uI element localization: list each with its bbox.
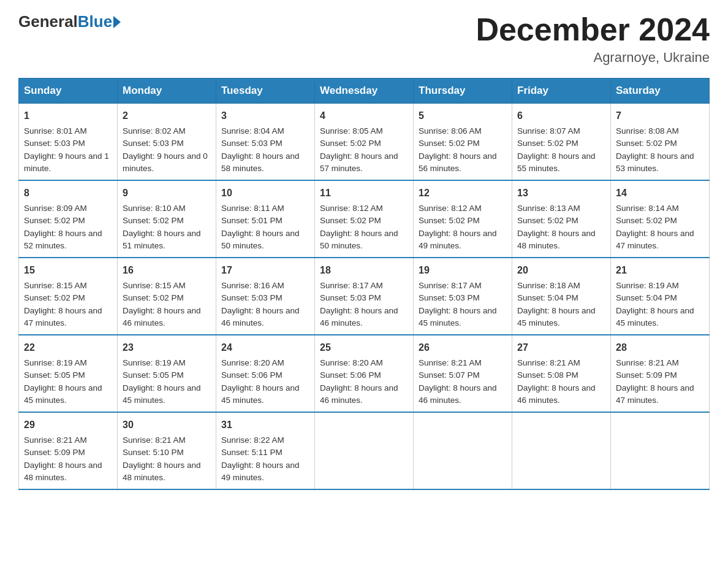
sunrise-text: Sunrise: 8:22 AM	[221, 435, 284, 445]
day-number: 14	[616, 186, 704, 201]
calendar-cell: 20 Sunrise: 8:18 AM Sunset: 5:04 PM Dayl…	[512, 258, 611, 335]
daylight-text: Daylight: 8 hours and 46 minutes.	[419, 383, 497, 405]
sunset-text: Sunset: 5:06 PM	[221, 370, 282, 380]
sunrise-text: Sunrise: 8:20 AM	[221, 358, 284, 367]
sunrise-text: Sunrise: 8:19 AM	[24, 358, 87, 367]
weekday-row: SundayMondayTuesdayWednesdayThursdayFrid…	[19, 79, 710, 104]
day-number: 22	[24, 340, 112, 355]
sunset-text: Sunset: 5:02 PM	[419, 216, 480, 225]
calendar-cell: 25 Sunrise: 8:20 AM Sunset: 5:06 PM Dayl…	[315, 335, 414, 412]
day-number: 24	[221, 340, 309, 355]
calendar-cell: 21 Sunrise: 8:19 AM Sunset: 5:04 PM Dayl…	[611, 258, 710, 335]
sunrise-text: Sunrise: 8:17 AM	[419, 281, 482, 290]
sunset-text: Sunset: 5:02 PM	[24, 216, 85, 225]
sunset-text: Sunset: 5:01 PM	[221, 216, 282, 225]
day-number: 20	[517, 263, 605, 278]
day-number: 12	[419, 186, 507, 201]
weekday-header-friday: Friday	[512, 79, 611, 104]
sunrise-text: Sunrise: 8:06 AM	[419, 126, 482, 136]
sunset-text: Sunset: 5:02 PM	[24, 293, 85, 302]
calendar-cell: 19 Sunrise: 8:17 AM Sunset: 5:03 PM Dayl…	[414, 258, 512, 335]
sunrise-text: Sunrise: 8:04 AM	[221, 126, 284, 136]
sunset-text: Sunset: 5:03 PM	[24, 139, 85, 148]
calendar-week-row: 15 Sunrise: 8:15 AM Sunset: 5:02 PM Dayl…	[19, 258, 710, 335]
day-number: 7	[616, 109, 704, 123]
sunrise-text: Sunrise: 8:18 AM	[517, 281, 580, 290]
sunset-text: Sunset: 5:10 PM	[123, 448, 184, 457]
daylight-text: Daylight: 8 hours and 48 minutes.	[123, 461, 201, 482]
daylight-text: Daylight: 8 hours and 56 minutes.	[419, 151, 497, 173]
sunset-text: Sunset: 5:03 PM	[419, 293, 480, 302]
sunset-text: Sunset: 5:02 PM	[320, 139, 381, 148]
day-number: 19	[419, 263, 507, 278]
daylight-text: Daylight: 8 hours and 45 minutes.	[616, 306, 694, 327]
calendar-cell	[315, 412, 414, 489]
calendar-cell: 12 Sunrise: 8:12 AM Sunset: 5:02 PM Dayl…	[414, 180, 512, 258]
calendar-cell: 29 Sunrise: 8:21 AM Sunset: 5:09 PM Dayl…	[19, 412, 118, 489]
calendar-cell: 5 Sunrise: 8:06 AM Sunset: 5:02 PM Dayli…	[414, 104, 512, 181]
sunrise-text: Sunrise: 8:13 AM	[517, 204, 580, 213]
calendar-cell: 28 Sunrise: 8:21 AM Sunset: 5:09 PM Dayl…	[611, 335, 710, 412]
daylight-text: Daylight: 8 hours and 53 minutes.	[616, 151, 694, 173]
sunrise-text: Sunrise: 8:07 AM	[517, 126, 580, 136]
sunset-text: Sunset: 5:05 PM	[24, 370, 85, 380]
sunrise-text: Sunrise: 8:21 AM	[24, 435, 87, 445]
sunset-text: Sunset: 5:06 PM	[320, 370, 381, 380]
sunrise-text: Sunrise: 8:15 AM	[123, 281, 186, 290]
weekday-header-wednesday: Wednesday	[315, 79, 414, 104]
day-number: 26	[419, 340, 507, 355]
logo: General Blue	[18, 12, 121, 31]
sunset-text: Sunset: 5:03 PM	[221, 293, 282, 302]
sunset-text: Sunset: 5:02 PM	[123, 216, 184, 225]
day-number: 4	[320, 109, 408, 123]
daylight-text: Daylight: 8 hours and 45 minutes.	[419, 306, 497, 327]
daylight-text: Daylight: 8 hours and 47 minutes.	[24, 306, 102, 327]
day-number: 3	[221, 109, 309, 123]
sunset-text: Sunset: 5:04 PM	[616, 293, 677, 302]
calendar-cell: 8 Sunrise: 8:09 AM Sunset: 5:02 PM Dayli…	[19, 180, 118, 258]
calendar-cell: 16 Sunrise: 8:15 AM Sunset: 5:02 PM Dayl…	[118, 258, 216, 335]
logo-blue-part: Blue	[78, 12, 121, 31]
day-number: 16	[123, 263, 211, 278]
sunrise-text: Sunrise: 8:21 AM	[123, 435, 186, 445]
daylight-text: Daylight: 8 hours and 48 minutes.	[517, 229, 596, 250]
day-number: 25	[320, 340, 408, 355]
daylight-text: Daylight: 9 hours and 1 minute.	[24, 151, 109, 173]
calendar-cell: 1 Sunrise: 8:01 AM Sunset: 5:03 PM Dayli…	[19, 104, 118, 181]
daylight-text: Daylight: 8 hours and 55 minutes.	[517, 151, 596, 173]
calendar-cell: 22 Sunrise: 8:19 AM Sunset: 5:05 PM Dayl…	[19, 335, 118, 412]
sunrise-text: Sunrise: 8:17 AM	[320, 281, 383, 290]
sunset-text: Sunset: 5:09 PM	[24, 448, 85, 457]
calendar-body: 1 Sunrise: 8:01 AM Sunset: 5:03 PM Dayli…	[19, 104, 710, 490]
calendar-cell	[611, 412, 710, 489]
calendar-week-row: 29 Sunrise: 8:21 AM Sunset: 5:09 PM Dayl…	[19, 412, 710, 489]
daylight-text: Daylight: 8 hours and 46 minutes.	[517, 383, 596, 405]
calendar-cell: 14 Sunrise: 8:14 AM Sunset: 5:02 PM Dayl…	[611, 180, 710, 258]
sunrise-text: Sunrise: 8:10 AM	[123, 204, 186, 213]
calendar-header: SundayMondayTuesdayWednesdayThursdayFrid…	[19, 79, 710, 104]
daylight-text: Daylight: 8 hours and 47 minutes.	[616, 383, 694, 405]
day-number: 27	[517, 340, 605, 355]
sunrise-text: Sunrise: 8:05 AM	[320, 126, 383, 136]
calendar-cell: 2 Sunrise: 8:02 AM Sunset: 5:03 PM Dayli…	[118, 104, 216, 181]
day-number: 21	[616, 263, 704, 278]
day-number: 28	[616, 340, 704, 355]
sunrise-text: Sunrise: 8:02 AM	[123, 126, 186, 136]
calendar-cell: 23 Sunrise: 8:19 AM Sunset: 5:05 PM Dayl…	[118, 335, 216, 412]
daylight-text: Daylight: 8 hours and 51 minutes.	[123, 229, 201, 250]
sunset-text: Sunset: 5:04 PM	[517, 293, 578, 302]
daylight-text: Daylight: 8 hours and 45 minutes.	[24, 383, 102, 405]
daylight-text: Daylight: 8 hours and 58 minutes.	[221, 151, 300, 173]
location-text: Agrarnoye, Ukraine	[476, 50, 710, 66]
weekday-header-tuesday: Tuesday	[216, 79, 315, 104]
daylight-text: Daylight: 8 hours and 47 minutes.	[616, 229, 694, 250]
calendar-cell: 3 Sunrise: 8:04 AM Sunset: 5:03 PM Dayli…	[216, 104, 315, 181]
sunset-text: Sunset: 5:02 PM	[123, 293, 184, 302]
daylight-text: Daylight: 8 hours and 52 minutes.	[24, 229, 102, 250]
daylight-text: Daylight: 8 hours and 50 minutes.	[320, 229, 398, 250]
sunset-text: Sunset: 5:11 PM	[221, 448, 282, 457]
sunrise-text: Sunrise: 8:12 AM	[419, 204, 482, 213]
daylight-text: Daylight: 8 hours and 45 minutes.	[221, 383, 300, 405]
calendar-cell: 10 Sunrise: 8:11 AM Sunset: 5:01 PM Dayl…	[216, 180, 315, 258]
day-number: 9	[123, 186, 211, 201]
